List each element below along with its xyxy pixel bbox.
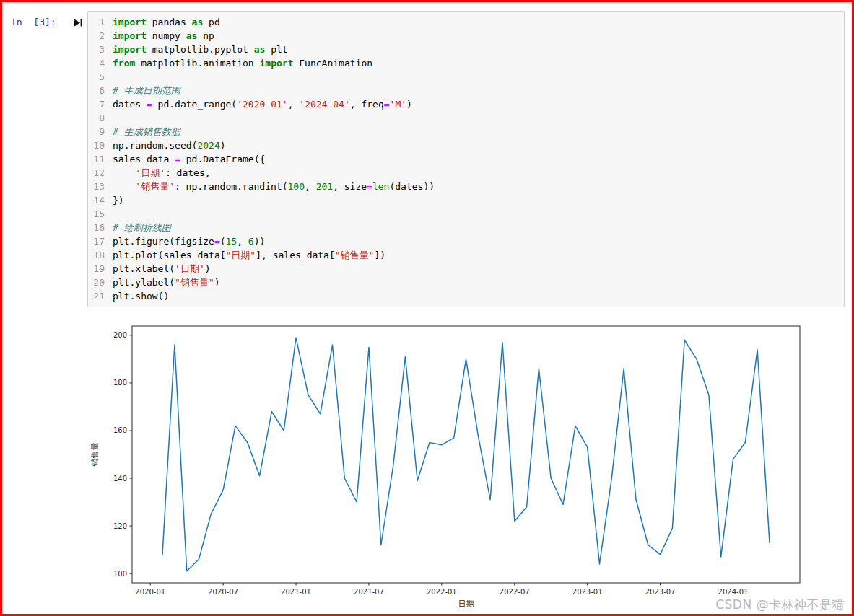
code-text[interactable]: from matplotlib.animation import FuncAni… <box>113 56 372 70</box>
line-number: 3 <box>91 43 113 56</box>
code-text[interactable]: import pandas as pd <box>113 15 220 29</box>
line-number: 17 <box>91 234 113 248</box>
line-number: 10 <box>91 138 113 152</box>
line-number: 4 <box>91 56 113 70</box>
run-cell-icon[interactable] <box>74 17 83 30</box>
code-lines: 1import pandas as pd2import numpy as np3… <box>91 15 841 303</box>
y-tick-label: 160 <box>113 426 127 434</box>
line-number: 13 <box>91 180 113 193</box>
code-text[interactable]: import matplotlib.pyplot as plt <box>113 43 288 56</box>
code-line: 5 <box>91 70 841 84</box>
x-tick-label: 2021-01 <box>281 588 311 596</box>
code-text[interactable]: # 生成日期范围 <box>113 84 180 97</box>
code-line: 19plt.xlabel('日期') <box>91 262 841 276</box>
code-text[interactable]: # 生成销售数据 <box>113 125 180 138</box>
code-line: 20plt.ylabel("销售量") <box>91 276 841 289</box>
code-line: 8 <box>91 111 841 125</box>
code-line: 14}) <box>91 193 841 207</box>
line-number: 12 <box>91 166 113 180</box>
line-number: 6 <box>91 84 113 97</box>
code-line: 17plt.figure(figsize=(15, 6)) <box>91 234 841 248</box>
sales-line-chart: 1001201401601802002020-012020-072021-012… <box>87 322 804 610</box>
line-number: 5 <box>91 70 113 84</box>
y-tick-label: 200 <box>113 331 127 339</box>
code-line: 10np.random.seed(2024) <box>91 138 841 152</box>
output-area: 1001201401601802002020-012020-072021-012… <box>87 322 852 610</box>
line-number: 1 <box>91 15 113 29</box>
code-text[interactable]: import numpy as np <box>113 29 214 43</box>
code-text[interactable]: dates = pd.date_range('2020-01', '2024-0… <box>113 97 412 111</box>
x-tick-label: 2022-01 <box>427 588 457 596</box>
code-line: 1import pandas as pd <box>91 15 841 29</box>
x-axis-label: 日期 <box>458 599 474 609</box>
cell-prompt-column: In [3]: <box>11 11 87 30</box>
code-text[interactable]: }) <box>113 193 124 207</box>
line-number: 8 <box>91 111 113 125</box>
code-line: 15 <box>91 207 841 221</box>
line-number: 16 <box>91 221 113 234</box>
code-line: 4from matplotlib.animation import FuncAn… <box>91 56 841 70</box>
code-line: 9# 生成销售数据 <box>91 125 841 138</box>
line-number: 14 <box>91 193 113 207</box>
code-text[interactable]: sales_data = pd.DataFrame({ <box>113 152 265 166</box>
line-number: 11 <box>91 152 113 166</box>
line-number: 7 <box>91 97 113 111</box>
x-tick-label: 2023-01 <box>572 588 603 596</box>
code-editor[interactable]: 1import pandas as pd2import numpy as np3… <box>87 11 845 307</box>
code-text[interactable]: plt.ylabel("销售量") <box>113 276 220 289</box>
code-text[interactable]: plt.plot(sales_data["日期"], sales_data["销… <box>113 248 385 262</box>
page: In [3]: 1import pandas as pd2import nump… <box>0 0 854 616</box>
x-tick-label: 2023-07 <box>645 588 676 596</box>
y-tick-label: 180 <box>113 379 127 387</box>
code-text[interactable]: plt.show() <box>113 289 169 303</box>
line-number: 21 <box>91 289 113 303</box>
code-line: 18plt.plot(sales_data["日期"], sales_data[… <box>91 248 841 262</box>
code-text[interactable]: np.random.seed(2024) <box>113 138 226 152</box>
y-tick-label: 100 <box>113 570 127 578</box>
x-tick-label: 2020-01 <box>135 588 165 596</box>
code-line: 12 '日期': dates, <box>91 166 841 180</box>
code-text[interactable]: plt.xlabel('日期') <box>113 262 211 276</box>
line-number: 2 <box>91 29 113 43</box>
code-line: 16# 绘制折线图 <box>91 221 841 234</box>
y-axis-label: 销售量 <box>90 443 100 467</box>
x-tick-label: 2021-07 <box>354 588 384 596</box>
code-text[interactable]: '销售量': np.random.randint(100, 201, size=… <box>113 180 435 193</box>
y-tick-label: 140 <box>113 475 127 483</box>
input-prompt: In [3]: <box>11 17 56 27</box>
code-line: 6# 生成日期范围 <box>91 84 841 97</box>
x-tick-label: 2022-07 <box>500 588 530 596</box>
line-number: 20 <box>91 276 113 289</box>
y-tick-label: 120 <box>113 522 127 530</box>
code-text[interactable]: '日期': dates, <box>113 166 211 180</box>
code-text[interactable]: plt.figure(figsize=(15, 6)) <box>113 234 265 248</box>
code-line: 11sales_data = pd.DataFrame({ <box>91 152 841 166</box>
code-line: 2import numpy as np <box>91 29 841 43</box>
line-number: 19 <box>91 262 113 276</box>
line-number: 15 <box>91 207 113 221</box>
code-line: 21plt.show() <box>91 289 841 303</box>
code-line: 3import matplotlib.pyplot as plt <box>91 43 841 56</box>
x-tick-label: 2024-01 <box>718 588 749 596</box>
line-number: 18 <box>91 248 113 262</box>
x-tick-label: 2020-07 <box>208 588 238 596</box>
line-number: 9 <box>91 125 113 138</box>
code-line: 7dates = pd.date_range('2020-01', '2024-… <box>91 97 841 111</box>
jupyter-cell: In [3]: 1import pandas as pd2import nump… <box>2 2 852 307</box>
code-text[interactable]: # 绘制折线图 <box>113 221 171 234</box>
watermark: CSDN @卡林神不是猫 <box>715 597 845 613</box>
code-line: 13 '销售量': np.random.randint(100, 201, si… <box>91 180 841 193</box>
